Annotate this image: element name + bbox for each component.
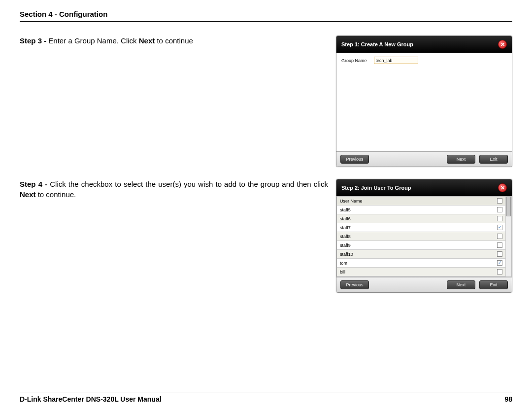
step4-instruction: Step 4 - Click the checkbox to select th… xyxy=(20,179,336,200)
user-checkbox[interactable] xyxy=(497,269,502,274)
table-row: staff5 xyxy=(337,206,511,214)
previous-button[interactable]: Previous xyxy=(340,155,369,164)
user-rows-container: staff5staff6staff7✓staff8staff9staff10to… xyxy=(337,206,511,276)
user-name-cell: staff6 xyxy=(340,216,351,221)
table-header-row: User Name xyxy=(337,197,511,206)
step3-prefix: Step 3 - xyxy=(20,36,48,45)
page-footer: D-Link ShareCenter DNS-320L User Manual … xyxy=(20,392,512,403)
dialog-join-user: Step 2: Join User To Group ✕ User Name s… xyxy=(336,179,512,293)
user-checkbox[interactable] xyxy=(497,216,502,221)
dialog2-header: Step 2: Join User To Group ✕ xyxy=(336,179,512,196)
scrollbar-thumb[interactable] xyxy=(506,197,511,216)
table-row: staff10 xyxy=(337,250,511,259)
previous-button[interactable]: Previous xyxy=(340,280,369,289)
user-name-cell: staff5 xyxy=(340,207,351,212)
user-checkbox[interactable] xyxy=(497,242,502,248)
exit-button[interactable]: Exit xyxy=(479,280,508,289)
user-name-cell: staff9 xyxy=(340,243,351,248)
dialog1-header: Step 1: Create A New Group ✕ xyxy=(336,36,512,53)
group-name-input[interactable] xyxy=(374,57,418,64)
user-checkbox[interactable] xyxy=(497,234,502,239)
close-icon[interactable]: ✕ xyxy=(498,40,507,49)
step3-row: Step 3 - Enter a Group Name. Click Next … xyxy=(20,35,512,167)
table-row: staff9 xyxy=(337,241,511,250)
step3-instruction: Step 3 - Enter a Group Name. Click Next … xyxy=(20,35,336,46)
table-row: staff7✓ xyxy=(337,223,511,232)
manual-title: D-Link ShareCenter DNS-320L User Manual xyxy=(20,395,162,403)
step3-text1: Enter a Group Name. Click xyxy=(48,36,138,45)
table-row: bill xyxy=(337,268,511,276)
header-checkbox[interactable] xyxy=(497,198,502,204)
user-checkbox[interactable]: ✓ xyxy=(497,225,502,230)
step3-bold: Next xyxy=(139,36,155,45)
close-icon[interactable]: ✕ xyxy=(498,183,507,192)
step3-text2: to continue xyxy=(155,36,193,45)
user-name-cell: staff10 xyxy=(340,252,353,257)
user-checkbox[interactable]: ✓ xyxy=(497,260,502,266)
dialog2-footer: Previous Next Exit xyxy=(336,277,512,292)
step4-text1: Click the checkbox to select the user(s)… xyxy=(50,180,328,188)
dialog1-title: Step 1: Create A New Group xyxy=(341,41,413,47)
user-name-cell: bill xyxy=(340,270,345,274)
table-row: staff6 xyxy=(337,214,511,223)
dialog-create-group: Step 1: Create A New Group ✕ Group Name … xyxy=(336,35,512,167)
group-name-label: Group Name xyxy=(341,58,367,63)
section-header: Section 4 - Configuration xyxy=(20,10,512,22)
table-row: tom✓ xyxy=(337,259,511,268)
page-number: 98 xyxy=(504,395,512,403)
scrollbar[interactable] xyxy=(505,197,511,276)
dialog2-title: Step 2: Join User To Group xyxy=(341,185,411,191)
step4-bold: Next xyxy=(20,190,36,199)
user-checkbox[interactable] xyxy=(497,207,502,212)
next-button[interactable]: Next xyxy=(447,280,475,289)
dialog1-footer: Previous Next Exit xyxy=(336,151,512,167)
step4-row: Step 4 - Click the checkbox to select th… xyxy=(20,179,512,293)
next-button[interactable]: Next xyxy=(447,155,475,164)
step4-prefix: Step 4 - xyxy=(20,180,50,188)
step4-text2: to continue. xyxy=(36,190,76,199)
user-table: User Name staff5staff6staff7✓staff8staff… xyxy=(336,196,512,277)
table-row: staff8 xyxy=(337,232,511,241)
user-checkbox[interactable] xyxy=(497,251,502,257)
exit-button[interactable]: Exit xyxy=(479,155,508,164)
user-name-cell: staff8 xyxy=(340,234,351,239)
username-header: User Name xyxy=(340,199,363,204)
dialog2-body: User Name staff5staff6staff7✓staff8staff… xyxy=(336,196,512,277)
user-name-cell: tom xyxy=(340,261,347,266)
dialog1-body: Group Name xyxy=(336,53,512,151)
group-name-row: Group Name xyxy=(341,57,507,64)
user-name-cell: staff7 xyxy=(340,225,351,230)
